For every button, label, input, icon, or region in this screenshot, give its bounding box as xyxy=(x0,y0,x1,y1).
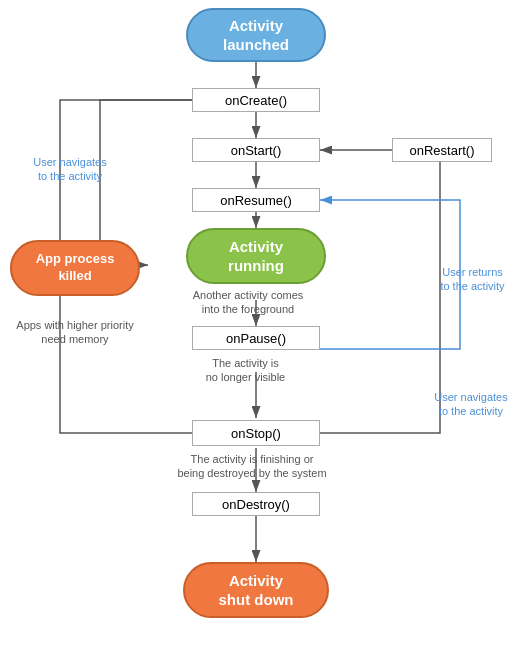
on-destroy-node: onDestroy() xyxy=(192,492,320,516)
app-process-killed-node: App process killed xyxy=(10,240,140,296)
user-navigates-label: User navigatesto the activity xyxy=(10,155,130,184)
activity-shut-down-label: Activity shut down xyxy=(219,571,294,610)
on-stop-label: onStop() xyxy=(231,426,281,441)
user-returns-label: User returnsto the activity xyxy=(435,265,510,294)
activity-running-node: Activity running xyxy=(186,228,326,284)
activity-shut-down-node: Activity shut down xyxy=(183,562,329,618)
activity-running-label: Activity running xyxy=(228,237,284,276)
on-start-label: onStart() xyxy=(231,143,282,158)
apps-priority-label: Apps with higher priorityneed memory xyxy=(10,318,140,347)
finishing-label: The activity is finishing orbeing destro… xyxy=(152,452,352,481)
diagram: Activity launched onCreate() onStart() o… xyxy=(0,0,513,663)
on-resume-node: onResume() xyxy=(192,188,320,212)
on-pause-label: onPause() xyxy=(226,331,286,346)
user-returns-text: User returnsto the activity xyxy=(440,266,504,292)
apps-priority-text: Apps with higher priorityneed memory xyxy=(16,319,133,345)
on-stop-node: onStop() xyxy=(192,420,320,446)
no-longer-visible-text: The activity isno longer visible xyxy=(206,357,286,383)
another-activity-label: Another activity comesinto the foregroun… xyxy=(168,288,328,317)
on-restart-label: onRestart() xyxy=(409,143,474,158)
activity-launched-node: Activity launched xyxy=(186,8,326,62)
on-create-node: onCreate() xyxy=(192,88,320,112)
user-navigates-right-label: User navigatesto the activity xyxy=(432,390,510,419)
on-create-label: onCreate() xyxy=(225,93,287,108)
another-activity-text: Another activity comesinto the foregroun… xyxy=(193,289,304,315)
user-navigates-text: User navigatesto the activity xyxy=(33,156,106,182)
no-longer-visible-label: The activity isno longer visible xyxy=(168,356,323,385)
on-destroy-label: onDestroy() xyxy=(222,497,290,512)
user-navigates-right-text: User navigatesto the activity xyxy=(434,391,507,417)
on-start-node: onStart() xyxy=(192,138,320,162)
on-restart-node: onRestart() xyxy=(392,138,492,162)
activity-launched-label: Activity launched xyxy=(223,16,289,55)
finishing-text: The activity is finishing orbeing destro… xyxy=(177,453,326,479)
app-process-killed-label: App process killed xyxy=(36,251,115,285)
on-pause-node: onPause() xyxy=(192,326,320,350)
on-resume-label: onResume() xyxy=(220,193,292,208)
